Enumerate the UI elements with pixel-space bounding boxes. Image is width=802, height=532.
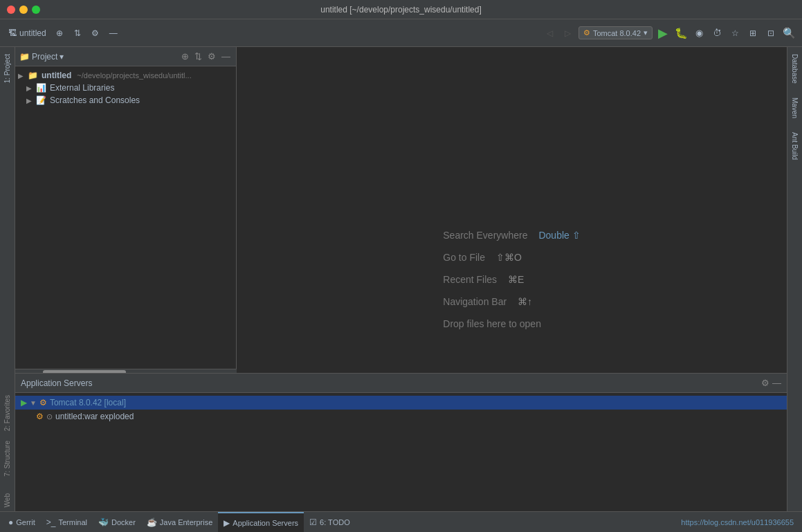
panel-header-icons: ⊕ ⇅ ⚙ — bbox=[180, 51, 232, 62]
toolbar-icon-1[interactable]: ⊕ bbox=[52, 26, 67, 41]
sidebar-item-web[interactable]: Web bbox=[2, 489, 12, 511]
hint-shortcut-recent: ⌘E bbox=[508, 274, 524, 285]
server-item-artifact[interactable]: ⚙ ⊙ untitled:war exploded bbox=[15, 410, 787, 423]
bottom-panel-header-icons: ⚙ — bbox=[761, 378, 781, 388]
status-right-url[interactable]: https://blog.csdn.net/u011936655 bbox=[681, 518, 799, 526]
hint-shortcut-goto: ⇧⌘O bbox=[496, 252, 522, 263]
hint-goto-file: Go to File ⇧⌘O bbox=[443, 252, 522, 263]
status-tab-docker[interactable]: 🐳 Docker bbox=[93, 512, 141, 532]
coverage-button[interactable]: ◉ bbox=[691, 26, 707, 41]
libraries-icon: 📊 bbox=[36, 83, 47, 93]
debug-button[interactable]: 🐛 bbox=[673, 26, 689, 41]
toolbar-icon-4[interactable]: — bbox=[106, 26, 121, 41]
minimize-button[interactable] bbox=[19, 6, 28, 14]
status-tab-gerrit[interactable]: ● Gerrit bbox=[3, 512, 41, 532]
back-button[interactable]: ◁ bbox=[543, 26, 558, 41]
right-tab-ant-build[interactable]: Ant Build bbox=[790, 128, 800, 164]
right-tab-maven[interactable]: Maven bbox=[790, 93, 800, 122]
hint-label-drop: Drop files here to open bbox=[443, 318, 541, 329]
project-title-arrow[interactable]: ▾ bbox=[60, 52, 64, 62]
tree-label-scratches: Scratches and Consoles bbox=[50, 95, 140, 105]
hint-label-recent: Recent Files bbox=[443, 274, 497, 285]
project-icon-area[interactable]: 🏗 untitled bbox=[6, 27, 49, 39]
tree-arrow-scratches: ▶ bbox=[26, 97, 33, 104]
bottom-panel-title: Application Servers bbox=[21, 378, 92, 388]
tree-item-libraries[interactable]: ▶ 📊 External Libraries bbox=[15, 82, 236, 94]
docker-icon: 🐳 bbox=[98, 517, 109, 527]
bottom-panel-minimize-icon[interactable]: — bbox=[772, 378, 781, 388]
sidebar-item-project[interactable]: 1: Project bbox=[2, 50, 12, 87]
tree-item-scratches[interactable]: ▶ 📝 Scratches and Consoles bbox=[15, 94, 236, 107]
run-config-arrow: ▾ bbox=[644, 28, 648, 37]
project-name: untitled bbox=[19, 28, 46, 38]
scratches-icon: 📝 bbox=[36, 95, 47, 105]
window-controls[interactable] bbox=[7, 6, 40, 14]
search-everywhere-button[interactable]: 🔍 bbox=[781, 26, 796, 41]
right-tab-database[interactable]: Database bbox=[790, 50, 800, 88]
status-tab-todo[interactable]: ☑ 6: TODO bbox=[304, 512, 356, 532]
terminal-label: Terminal bbox=[58, 518, 87, 526]
profile-button[interactable]: ⏱ bbox=[709, 26, 724, 41]
todo-icon: ☑ bbox=[309, 517, 317, 527]
server-config-icon: ⚙ bbox=[39, 398, 47, 407]
panel-icon-layout[interactable]: ⇅ bbox=[193, 51, 203, 62]
artifact-icon: ⚙ bbox=[36, 412, 44, 421]
app-servers-icon: ▶ bbox=[224, 518, 230, 528]
project-folder-icon: 🏗 bbox=[8, 28, 17, 38]
tree-label-root: untitled bbox=[42, 71, 71, 80]
main-toolbar: 🏗 untitled ⊕ ⇅ ⚙ — ◁ ▷ ⚙ Tomcat 8.0.42 ▾… bbox=[0, 19, 802, 47]
tree-arrow-libraries: ▶ bbox=[26, 84, 33, 92]
maximize-button[interactable] bbox=[32, 6, 40, 14]
terminal-icon: >_ bbox=[46, 517, 56, 527]
toolbar-icon-3[interactable]: ⚙ bbox=[88, 26, 103, 41]
project-panel-title: 📁 Project ▾ bbox=[19, 52, 64, 62]
app-servers-label: Application Servers bbox=[233, 519, 298, 527]
project-panel-header: 📁 Project ▾ ⊕ ⇅ ⚙ — bbox=[15, 47, 236, 66]
right-sidebar: Database Maven Ant Build bbox=[787, 47, 802, 511]
java-enterprise-icon: ☕ bbox=[147, 517, 157, 527]
layout-button[interactable]: ⊞ bbox=[745, 26, 760, 41]
status-tab-java-enterprise[interactable]: ☕ Java Enterprise bbox=[141, 512, 218, 532]
tree-item-root[interactable]: ▶ 📁 untitled ~/develop/projects_wisedu/u… bbox=[15, 69, 236, 82]
hint-label-goto: Go to File bbox=[443, 252, 485, 263]
bookmark-button[interactable]: ☆ bbox=[727, 26, 742, 41]
sidebar-item-favorites[interactable]: 2: Favorites bbox=[2, 391, 12, 435]
docker-label: Docker bbox=[111, 518, 136, 526]
panel-icon-gear[interactable]: ⊕ bbox=[180, 51, 190, 62]
hint-shortcut-nav: ⌘↑ bbox=[518, 296, 532, 307]
window-title: untitled [~/develop/projects_wisedu/unti… bbox=[320, 5, 481, 15]
toolbar-icon-2[interactable]: ⇅ bbox=[70, 26, 85, 41]
panel-icon-settings[interactable]: ⚙ bbox=[206, 51, 217, 62]
hint-navigation-bar: Navigation Bar ⌘↑ bbox=[443, 296, 532, 307]
artifact-warning-icon: ⊙ bbox=[46, 412, 53, 421]
status-tab-app-servers[interactable]: ▶ Application Servers bbox=[218, 512, 304, 532]
tree-label-libraries: External Libraries bbox=[50, 83, 114, 93]
left-sidebar-tabs: 1: Project 2: Favorites 7: Structure Web bbox=[0, 47, 15, 511]
gerrit-label: Gerrit bbox=[16, 518, 35, 526]
run-config-label: Tomcat 8.0.42 bbox=[593, 29, 641, 37]
server-item-tomcat[interactable]: ▶ ▼ ⚙ Tomcat 8.0.42 [local] bbox=[15, 396, 787, 410]
hint-recent-files: Recent Files ⌘E bbox=[443, 274, 524, 285]
project-title-icon: 📁 bbox=[19, 52, 30, 62]
tomcat-icon: ⚙ bbox=[583, 28, 590, 37]
split-button[interactable]: ⊡ bbox=[763, 26, 778, 41]
title-bar: untitled [~/develop/projects_wisedu/unti… bbox=[0, 0, 802, 19]
run-button[interactable]: ▶ bbox=[655, 26, 671, 41]
bottom-panel-settings-icon[interactable]: ⚙ bbox=[761, 378, 769, 388]
sidebar-item-structure[interactable]: 7: Structure bbox=[2, 437, 12, 481]
hint-label-search: Search Everywhere bbox=[443, 230, 527, 241]
close-button[interactable] bbox=[7, 6, 15, 14]
bottom-panel-header: Application Servers ⚙ — bbox=[15, 374, 787, 393]
hint-shortcut-search: Double ⇧ bbox=[538, 230, 580, 241]
server-play-icon[interactable]: ▶ bbox=[21, 398, 27, 407]
hint-drop-files: Drop files here to open bbox=[443, 318, 541, 329]
panel-icon-minimize[interactable]: — bbox=[220, 51, 232, 62]
tomcat-expand-icon: ▼ bbox=[30, 399, 37, 407]
forward-button[interactable]: ▷ bbox=[561, 26, 576, 41]
project-tree-icon: 📁 bbox=[28, 71, 39, 80]
bottom-panel: Application Servers ⚙ — ▶ ▼ ⚙ Tomcat 8.0… bbox=[15, 373, 787, 511]
run-configuration-selector[interactable]: ⚙ Tomcat 8.0.42 ▾ bbox=[578, 26, 653, 39]
tree-path-root: ~/develop/projects_wisedu/untitl... bbox=[77, 71, 191, 80]
status-bar: ● Gerrit >_ Terminal 🐳 Docker ☕ Java Ent… bbox=[0, 511, 802, 532]
status-tab-terminal[interactable]: >_ Terminal bbox=[41, 512, 93, 532]
